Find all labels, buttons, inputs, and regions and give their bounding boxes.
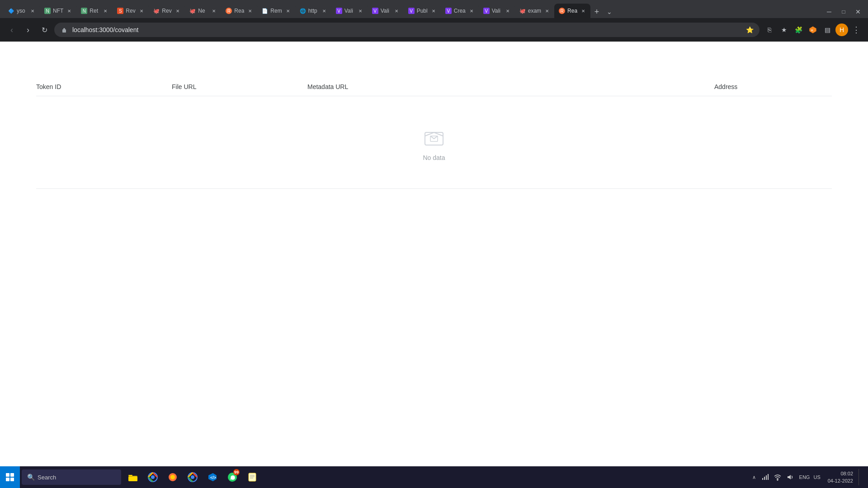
page-content: Token ID File URL Metadata URL Address N… (0, 42, 868, 488)
search-text: Search (38, 474, 56, 481)
tab-label: Rea (234, 8, 244, 14)
tab-crea[interactable]: V Crea ✕ (441, 4, 479, 18)
vscode-icon: </> (207, 472, 218, 483)
firefox-icon (167, 472, 178, 483)
svg-text:</>: </> (210, 475, 216, 480)
tab-rea2-active[interactable]: R Rea ✕ (554, 4, 590, 18)
tab-close[interactable]: ✕ (102, 7, 109, 14)
taskbar-app-chrome[interactable] (143, 466, 163, 488)
close-button[interactable]: ✕ (852, 5, 864, 18)
tab-nft[interactable]: N NFT ✕ (40, 4, 76, 18)
tab-favicon: N (81, 8, 87, 14)
tab-vali1[interactable]: V Vali ✕ (331, 4, 368, 18)
tab-label: Rev (162, 8, 172, 14)
minimize-button[interactable]: ─ (823, 5, 835, 18)
tab-close[interactable]: ✕ (543, 7, 551, 14)
taskbar-app-chrome2[interactable] (183, 466, 203, 488)
bookmark-icon[interactable]: ★ (778, 23, 790, 36)
new-tab-button[interactable]: + (590, 5, 603, 18)
tab-http[interactable]: 🌐 http ✕ (295, 4, 331, 18)
tab-rev1[interactable]: S Rev ✕ (113, 4, 149, 18)
tab-publ[interactable]: V Publ ✕ (404, 4, 441, 18)
language-indicator[interactable]: ENG US (797, 474, 822, 481)
svg-rect-11 (128, 477, 137, 481)
tab-close[interactable]: ✕ (430, 7, 437, 14)
svg-point-13 (151, 475, 155, 479)
tab-favicon: N (44, 8, 51, 14)
tab-vali2[interactable]: V Vali ✕ (368, 4, 404, 18)
tab-close[interactable]: ✕ (504, 7, 511, 14)
tab-overflow-button[interactable]: ⌄ (603, 5, 616, 18)
taskbar-app-vscode[interactable]: </> (203, 466, 222, 488)
forward-button[interactable]: › (22, 23, 34, 36)
language-text: ENG (799, 474, 810, 480)
volume-icon[interactable] (785, 473, 796, 482)
taskbar-apps: </> 99 (123, 466, 747, 488)
tab-close[interactable]: ✕ (29, 7, 36, 14)
metamask-icon[interactable]: M (807, 23, 819, 36)
tab-rev2[interactable]: 🐙 Rev ✕ (149, 4, 185, 18)
tab-ret[interactable]: N Ret ✕ (76, 4, 113, 18)
tab-close[interactable]: ✕ (393, 7, 400, 14)
tab-close[interactable]: ✕ (357, 7, 364, 14)
tab-exam[interactable]: 🐙 exam ✕ (515, 4, 554, 18)
table-footer (36, 188, 832, 189)
browser-window: 🔷 yso ✕ N NFT ✕ N Ret ✕ S Rev ✕ 🐙 Rev ✕ … (0, 0, 868, 488)
menu-icon[interactable]: ⋮ (850, 23, 863, 36)
system-tray-expand[interactable]: ∧ (750, 474, 758, 481)
network-icon[interactable] (760, 473, 770, 482)
tab-label: yso (17, 8, 27, 14)
lock-icon (60, 25, 69, 34)
tab-close[interactable]: ✕ (284, 7, 292, 14)
back-button[interactable]: ‹ (5, 23, 18, 36)
show-desktop-button[interactable] (859, 469, 864, 485)
taskbar-app-whatsapp[interactable]: 99 (222, 466, 242, 488)
user-avatar[interactable]: H (835, 23, 848, 36)
tab-favicon: 🌐 (300, 8, 306, 14)
whatsapp-badge: 99 (233, 469, 240, 475)
tab-vali3[interactable]: V Vali ✕ (479, 4, 515, 18)
taskbar-app-explorer[interactable] (123, 466, 143, 488)
tab-close[interactable]: ✕ (210, 7, 217, 14)
screenshot-icon[interactable]: ⎘ (763, 23, 776, 36)
tab-rea1[interactable]: R Rea ✕ (221, 4, 257, 18)
svg-rect-7 (6, 478, 9, 481)
bookmark-star-icon[interactable]: ⭐ (745, 25, 754, 34)
extension-icon[interactable]: 🧩 (792, 23, 805, 36)
tab-close[interactable]: ✕ (138, 7, 145, 14)
maximize-button[interactable]: □ (837, 5, 850, 18)
column-header-token-id: Token ID (36, 83, 172, 90)
tab-close[interactable]: ✕ (321, 7, 328, 14)
tab-favicon: V (445, 8, 452, 14)
svg-rect-6 (10, 473, 14, 477)
taskbar-app-notepad[interactable] (242, 466, 262, 488)
url-bar[interactable]: localhost:3000/covalent ⭐ (54, 23, 760, 37)
tab-new[interactable]: 🐙 Ne ✕ (185, 4, 221, 18)
tab-favicon: R (226, 8, 232, 14)
tab-rem[interactable]: 📄 Rem ✕ (257, 4, 295, 18)
tab-label: exam (528, 8, 541, 14)
tab-favicon: V (336, 8, 342, 14)
taskbar-app-firefox[interactable] (163, 466, 183, 488)
taskbar-clock[interactable]: 08:02 04-12-2022 (824, 470, 857, 485)
start-button[interactable] (0, 466, 20, 488)
tab-close[interactable]: ✕ (246, 7, 254, 14)
tab-favicon: S (117, 8, 123, 14)
svg-rect-25 (764, 477, 765, 480)
tab-close[interactable]: ✕ (468, 7, 475, 14)
tab-label: http (308, 8, 318, 14)
refresh-button[interactable]: ↻ (38, 23, 51, 36)
svg-rect-20 (249, 473, 256, 481)
no-data-text: No data (423, 154, 445, 161)
svg-rect-27 (768, 474, 769, 480)
tab-close[interactable]: ✕ (580, 7, 587, 14)
svg-text:M: M (811, 29, 813, 32)
sidebar-icon[interactable]: ▤ (821, 23, 834, 36)
region-text: US (813, 474, 820, 480)
wifi-icon[interactable] (772, 473, 783, 482)
tab-yso[interactable]: 🔷 yso ✕ (4, 4, 40, 18)
tab-favicon: 🐙 (519, 8, 526, 14)
tab-close[interactable]: ✕ (174, 7, 181, 14)
taskbar-search[interactable]: 🔍 Search (22, 469, 121, 485)
tab-close[interactable]: ✕ (66, 7, 73, 14)
